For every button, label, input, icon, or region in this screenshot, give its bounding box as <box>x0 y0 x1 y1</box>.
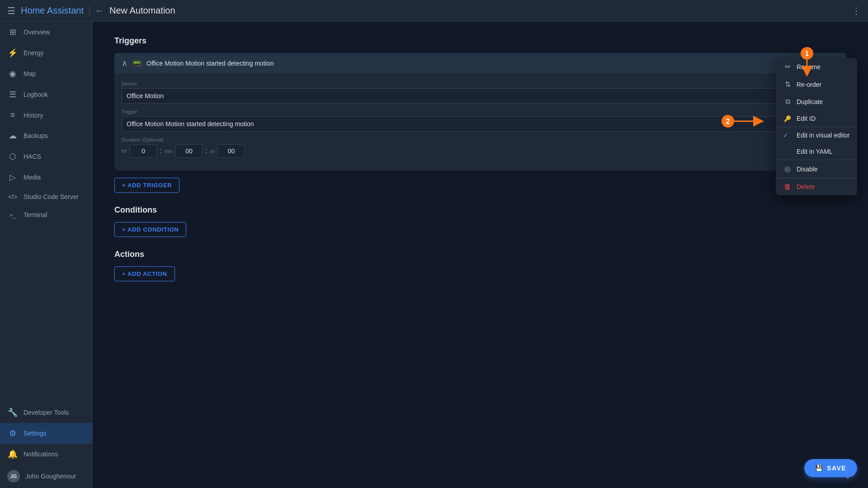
backups-icon: ☁ <box>7 131 18 141</box>
sidebar-item-studio-code[interactable]: </> Studio Code Server <box>0 188 92 206</box>
device-value: Office Motion ✕ <box>122 88 839 104</box>
duration-ss-label: ss <box>210 148 215 154</box>
ctx-edit-id[interactable]: 🔑 Edit ID <box>776 110 857 127</box>
sidebar-label-terminal: Terminal <box>24 211 47 218</box>
sidebar-label-notifications: Notifications <box>24 450 58 458</box>
ctx-edit-id-label: Edit ID <box>797 115 816 122</box>
sidebar-item-map[interactable]: ◉ Map <box>0 63 92 84</box>
user-avatar: JG <box>7 470 20 483</box>
reorder-icon: ⇅ <box>783 80 792 89</box>
sidebar-label-map: Map <box>24 70 36 77</box>
save-button[interactable]: 💾 SAVE <box>804 459 857 477</box>
energy-icon: ⚡ <box>7 48 18 58</box>
back-button[interactable]: ← <box>95 5 104 16</box>
sidebar-item-media[interactable]: ▷ Media <box>0 167 92 188</box>
edit-id-icon: 🔑 <box>783 115 792 122</box>
ctx-edit-yaml[interactable]: Edit in YAML <box>776 143 857 160</box>
sidebar-item-notifications[interactable]: 🔔 Notifications <box>0 444 92 464</box>
sidebar-item-developer-tools[interactable]: 🔧 Developer Tools <box>0 402 92 423</box>
svg-text:1: 1 <box>805 50 809 57</box>
more-options-icon[interactable]: ⋮ <box>852 5 861 16</box>
device-field: Device Office Motion ✕ <box>122 81 839 104</box>
ctx-edit-yaml-label: Edit in YAML <box>797 148 833 155</box>
add-action-button[interactable]: + ADD ACTION <box>114 266 175 281</box>
ctx-disable-label: Disable <box>797 166 818 173</box>
add-trigger-button[interactable]: + ADD TRIGGER <box>114 178 179 193</box>
sidebar-item-hacs[interactable]: ⬡ HACS <box>0 146 92 167</box>
ctx-delete[interactable]: 🗑 Delete <box>776 178 857 195</box>
sidebar-item-overview[interactable]: ⊞ Overview <box>0 22 92 43</box>
developer-tools-icon: 🔧 <box>7 407 18 417</box>
sidebar-item-logbook[interactable]: ☰ Logbook <box>0 84 92 105</box>
overview-icon: ⊞ <box>7 27 18 37</box>
duration-field: Duration (optional) hh : mm : ss <box>122 137 839 158</box>
ctx-duplicate-label: Duplicate <box>797 98 823 105</box>
add-condition-button[interactable]: + ADD CONDITION <box>114 222 186 237</box>
duration-ss-input[interactable] <box>217 144 245 158</box>
actions-section-title: Actions <box>114 250 846 259</box>
ctx-delete-label: Delete <box>797 183 815 190</box>
sidebar-label-hacs: HACS <box>24 153 41 160</box>
sidebar-label-history: History <box>24 112 43 119</box>
sidebar-item-history[interactable]: ≡ History <box>0 105 92 125</box>
delete-icon: 🗑 <box>783 183 792 191</box>
duration-label: Duration (optional) <box>122 137 839 142</box>
hacs-icon: ⬡ <box>7 152 18 161</box>
sidebar-label-logbook: Logbook <box>24 91 48 98</box>
trigger-header: ∧ 📟 Office Motion Motion started detecti… <box>114 53 846 74</box>
save-icon: 💾 <box>815 464 823 472</box>
trigger-device-icon: 📟 <box>132 58 142 68</box>
sidebar-label-settings: Settings <box>24 430 47 437</box>
svg-text:2: 2 <box>726 118 730 125</box>
ctx-disable[interactable]: ◎ Disable <box>776 160 857 178</box>
sidebar-item-backups[interactable]: ☁ Backups <box>0 125 92 146</box>
notifications-icon: 🔔 <box>7 449 18 459</box>
settings-icon: ⚙ <box>7 428 18 438</box>
ctx-edit-visual-label: Edit in visual editor <box>797 132 850 139</box>
duration-mm-input[interactable] <box>175 144 203 158</box>
duration-sep-2: : <box>205 147 207 155</box>
content-area: 1 2 Triggers ∧ 📟 <box>93 22 868 488</box>
sidebar-item-user[interactable]: JG John Goughenour <box>0 464 92 488</box>
sidebar-spacer <box>0 224 92 402</box>
ctx-reorder-label: Re-order <box>797 81 821 88</box>
map-icon: ◉ <box>7 69 18 79</box>
main-layout: ⊞ Overview ⚡ Energy ◉ Map ☰ Logbook ≡ Hi… <box>0 22 868 488</box>
triggers-section-title: Triggers <box>114 36 846 46</box>
sidebar-label-media: Media <box>24 174 41 181</box>
sidebar-item-settings[interactable]: ⚙ Settings <box>0 423 92 444</box>
duration-sep-1: : <box>160 147 161 155</box>
duration-inputs: hh : mm : ss <box>122 144 839 158</box>
user-name: John Goughenour <box>25 473 76 480</box>
sidebar-label-backups: Backups <box>24 132 48 139</box>
app-title: Home Assistant <box>21 5 84 16</box>
sidebar-label-studio-code: Studio Code Server <box>24 193 79 200</box>
duration-hh-label: hh <box>122 148 127 154</box>
media-icon: ▷ <box>7 172 18 182</box>
disable-icon: ◎ <box>783 165 792 173</box>
logbook-icon: ☰ <box>7 90 18 99</box>
sidebar: ⊞ Overview ⚡ Energy ◉ Map ☰ Logbook ≡ Hi… <box>0 22 93 488</box>
sidebar-item-terminal[interactable]: >_ Terminal <box>0 206 92 224</box>
ctx-edit-visual[interactable]: ✓ Edit in visual editor <box>776 127 857 143</box>
rename-icon: ✏ <box>783 62 792 71</box>
sidebar-label-overview: Overview <box>24 28 50 36</box>
save-label: SAVE <box>827 464 846 472</box>
visual-check-icon: ✓ <box>783 132 792 139</box>
annotation-arrow-2: 2 <box>719 110 764 134</box>
conditions-section-title: Conditions <box>114 205 846 215</box>
annotation-arrow-1: 1 <box>798 44 825 78</box>
ctx-duplicate[interactable]: ⧉ Duplicate <box>776 93 857 110</box>
sidebar-label-developer-tools: Developer Tools <box>24 409 69 416</box>
duration-hh-input[interactable] <box>130 144 157 158</box>
device-label: Device <box>122 81 839 86</box>
menu-icon[interactable]: ☰ <box>7 5 15 16</box>
terminal-icon: >_ <box>7 212 18 218</box>
sidebar-item-energy[interactable]: ⚡ Energy <box>0 43 92 63</box>
context-menu: ✏ Rename ⇅ Re-order ⧉ Duplicate 🔑 Edit I… <box>776 58 857 195</box>
trigger-collapse-icon[interactable]: ∧ <box>122 58 127 68</box>
topbar: ☰ Home Assistant ← New Automation ⋮ <box>0 0 868 22</box>
ctx-reorder[interactable]: ⇅ Re-order <box>776 76 857 93</box>
duration-mm-label: mm <box>165 148 173 154</box>
topbar-divider <box>89 6 90 15</box>
